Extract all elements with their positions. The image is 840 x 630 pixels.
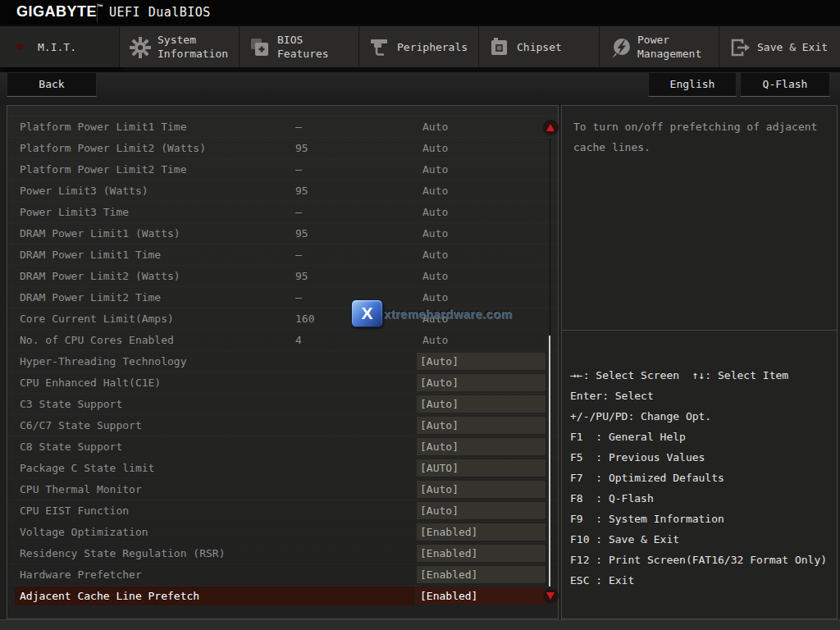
- setting-mode: Auto: [422, 223, 448, 244]
- list-item[interactable]: C3 State Support[Auto]: [7, 393, 558, 414]
- help-panel-divider: [562, 330, 837, 331]
- list-item[interactable]: CPU Thermal Monitor[Auto]: [7, 478, 558, 500]
- peripherals-icon: [369, 37, 392, 60]
- setting-value-box[interactable]: [Enabled]: [417, 587, 546, 605]
- setting-label: C8 State Support: [20, 436, 122, 457]
- setting-value: 95: [295, 223, 308, 244]
- legend-line: F5 : Previous Values: [570, 447, 827, 468]
- list-item-selected[interactable]: Adjacent Cache Line Prefetch[Enabled]: [7, 585, 558, 606]
- setting-value: –: [295, 159, 302, 180]
- setting-label: Power Limit3 (Watts): [20, 180, 148, 201]
- power-bolt-icon: [609, 37, 632, 60]
- setting-value-box[interactable]: [Auto]: [417, 395, 546, 413]
- chipset-icon: [489, 37, 512, 60]
- watermark-text: xtremehardware.com: [384, 307, 512, 321]
- setting-value: 95: [295, 138, 308, 158]
- setting-value-box[interactable]: [Enabled]: [417, 545, 546, 562]
- setting-mode: Auto: [422, 180, 448, 201]
- settings-panel: Platform Power Limit1 Time–Auto Platform…: [7, 105, 559, 619]
- list-item[interactable]: CPU Enhanced Halt(C1E)[Auto]: [7, 372, 558, 393]
- setting-value-box[interactable]: [Auto]: [417, 374, 546, 391]
- trademark-symbol: ™: [97, 3, 104, 11]
- setting-mode: Auto: [422, 138, 448, 158]
- setting-value-box[interactable]: [Auto]: [417, 353, 546, 370]
- setting-value: –: [295, 244, 302, 265]
- qflash-button[interactable]: Q-Flash: [740, 72, 830, 97]
- settings-list: Platform Power Limit1 Time–Auto Platform…: [7, 116, 558, 606]
- legend-line: Enter: Select: [570, 386, 827, 406]
- setting-value: –: [295, 116, 302, 137]
- setting-label: CPU Thermal Monitor: [20, 479, 142, 500]
- setting-label: DRAM Power Limit1 Time: [20, 244, 161, 265]
- back-button[interactable]: Back: [7, 72, 97, 97]
- setting-value: 95: [295, 180, 308, 201]
- setting-label: Residency State Regulation (RSR): [20, 543, 225, 564]
- setting-value-box[interactable]: [Auto]: [417, 502, 546, 519]
- language-button[interactable]: English: [648, 72, 737, 97]
- setting-label: DRAM Power Limit2 Time: [20, 287, 161, 308]
- tab-mit[interactable]: M.I.T.: [0, 26, 120, 67]
- list-item[interactable]: Package C State limit[AUTO]: [7, 457, 558, 478]
- tab-label: M.I.T.: [38, 26, 118, 67]
- list-item[interactable]: DRAM Power Limit1 (Watts)95Auto: [7, 222, 558, 244]
- setting-value: 160: [295, 308, 314, 329]
- list-item[interactable]: CPU EIST Function[Auto]: [7, 500, 558, 521]
- list-item[interactable]: Power Limit3 (Watts)95Auto: [7, 180, 558, 201]
- list-item[interactable]: Hyper-Threading Technology[Auto]: [7, 350, 558, 372]
- setting-value: –: [295, 287, 302, 308]
- control-row: Back English Q-Flash: [0, 72, 840, 105]
- setting-value-box[interactable]: [Auto]: [417, 481, 546, 498]
- list-item[interactable]: Voltage Optimization[Enabled]: [7, 521, 558, 542]
- key-legend: →←: Select Screen ↑↓: Select Item Enter:…: [570, 365, 827, 591]
- setting-label: No. of CPU Cores Enabled: [20, 330, 174, 350]
- tab-label: BIOS Features: [277, 26, 358, 67]
- scroll-down-button[interactable]: [543, 588, 559, 604]
- product-title: UEFI DualBIOS: [109, 5, 211, 20]
- tab-save-exit[interactable]: Save & Exit: [719, 26, 840, 67]
- tab-chipset[interactable]: Chipset: [479, 26, 600, 67]
- tab-label: System Information: [158, 26, 238, 67]
- tab-system-information[interactable]: System Information: [120, 26, 240, 67]
- setting-mode: Auto: [422, 330, 448, 350]
- list-item[interactable]: C6/C7 State Support[Auto]: [7, 414, 558, 436]
- list-item[interactable]: Residency State Regulation (RSR)[Enabled…: [7, 542, 558, 564]
- bottom-strip: [0, 619, 840, 630]
- watermark-logo: X: [351, 299, 383, 327]
- setting-value-box[interactable]: [Enabled]: [417, 566, 546, 583]
- list-item[interactable]: Platform Power Limit2 (Watts)95Auto: [7, 137, 558, 158]
- list-item[interactable]: C8 State Support[Auto]: [7, 436, 558, 457]
- tab-bios-features[interactable]: BIOS Features: [240, 26, 359, 67]
- setting-value-box[interactable]: [Enabled]: [417, 523, 546, 541]
- setting-value-box[interactable]: [AUTO]: [417, 459, 546, 477]
- setting-label: DRAM Power Limit2 (Watts): [20, 266, 180, 286]
- setting-mode: Auto: [422, 244, 448, 265]
- tab-peripherals[interactable]: Peripherals: [359, 26, 479, 67]
- legend-line: F12 : Print Screen(FAT16/32 Format Only): [570, 550, 827, 570]
- list-item[interactable]: DRAM Power Limit2 Time–Auto: [7, 286, 558, 308]
- scroll-down-icon: [546, 592, 555, 600]
- tab-power-management[interactable]: Power Management: [600, 26, 719, 67]
- scrollbar-thumb[interactable]: [549, 336, 550, 587]
- legend-line: +/-/PU/PD: Change Opt.: [570, 406, 827, 427]
- scroll-up-button[interactable]: [543, 120, 559, 135]
- setting-label: Power Limit3 Time: [20, 202, 129, 222]
- mit-dial-icon: [10, 37, 33, 60]
- list-item[interactable]: DRAM Power Limit1 Time–Auto: [7, 244, 558, 265]
- list-item[interactable]: Platform Power Limit2 Time–Auto: [7, 158, 558, 180]
- setting-mode: Auto: [422, 116, 448, 137]
- list-item[interactable]: DRAM Power Limit2 (Watts)95Auto: [7, 265, 558, 286]
- legend-line: F1 : General Help: [570, 427, 827, 447]
- setting-label: Platform Power Limit2 Time: [20, 159, 187, 180]
- list-item[interactable]: Power Limit3 Time–Auto: [7, 201, 558, 222]
- tab-label: Power Management: [637, 26, 718, 67]
- list-item[interactable]: Platform Power Limit1 Time–Auto: [7, 116, 558, 137]
- setting-label: Voltage Optimization: [20, 522, 148, 542]
- tab-label: Chipset: [517, 26, 597, 67]
- tab-label: Save & Exit: [757, 26, 838, 67]
- setting-label: Platform Power Limit1 Time: [20, 116, 187, 137]
- setting-value-box[interactable]: [Auto]: [417, 417, 546, 434]
- tab-label: Peripherals: [397, 26, 477, 67]
- list-item[interactable]: No. of CPU Cores Enabled4Auto: [7, 329, 558, 350]
- setting-value-box[interactable]: [Auto]: [417, 438, 546, 455]
- list-item[interactable]: Hardware Prefetcher[Enabled]: [7, 564, 558, 585]
